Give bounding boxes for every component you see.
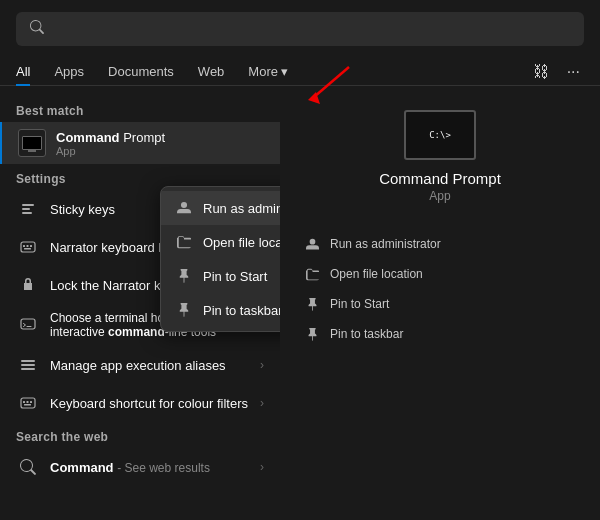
cmd-icon — [18, 129, 46, 157]
right-action-pin-start[interactable]: Pin to Start — [298, 289, 582, 319]
cmd-preview-sub: App — [429, 189, 450, 203]
search-web-label: Command - See web results — [50, 460, 250, 475]
main-content: Best match Command Prompt App Settings — [0, 86, 600, 506]
settings-item-keyboard-shortcut[interactable]: Keyboard shortcut for colour filters › — [0, 384, 280, 422]
exec-aliases-icon — [16, 353, 40, 377]
right-run-admin-label: Run as administrator — [330, 237, 441, 251]
arrow-icon-3: › — [260, 358, 264, 372]
lock-narrator-icon — [16, 273, 40, 297]
search-web-item[interactable]: Command - See web results › — [0, 448, 280, 486]
pin-start-label: Pin to Start — [203, 269, 267, 284]
search-web-section-title: Search the web — [0, 422, 280, 448]
arrow-icon-4: › — [260, 396, 264, 410]
search-bar[interactable]: Command Prompt — [16, 12, 584, 46]
cmd-preview-icon — [404, 110, 476, 160]
nav-right-icons: ⛓ ··· — [529, 59, 584, 85]
cmd-preview-title: Command Prompt — [379, 170, 501, 187]
web-search-icon — [16, 455, 40, 479]
svg-rect-16 — [30, 401, 32, 403]
right-run-admin-icon — [304, 236, 320, 252]
svg-rect-5 — [27, 245, 29, 247]
more-options-icon[interactable]: ··· — [563, 59, 584, 85]
keyboard-shortcut-label: Keyboard shortcut for colour filters — [50, 396, 250, 411]
narrator-keyboard-icon — [16, 235, 40, 259]
sticky-keys-icon — [16, 197, 40, 221]
tab-documents[interactable]: Documents — [96, 58, 186, 85]
keyboard-shortcut-icon — [16, 391, 40, 415]
right-action-pin-taskbar[interactable]: Pin to taskbar — [298, 319, 582, 349]
tab-more[interactable]: More ▾ — [236, 58, 300, 85]
svg-rect-6 — [30, 245, 32, 247]
best-match-sub: App — [56, 145, 264, 157]
keyboard-shortcut-text: Keyboard shortcut for colour filters — [50, 396, 250, 411]
svg-rect-7 — [24, 248, 31, 250]
right-pin-taskbar-icon — [304, 326, 320, 342]
context-menu-pin-taskbar[interactable]: Pin to taskbar — [161, 293, 280, 327]
right-pin-taskbar-label: Pin to taskbar — [330, 327, 403, 341]
pin-start-icon — [175, 267, 193, 285]
svg-rect-4 — [23, 245, 25, 247]
search-web-text-container: Command - See web results — [50, 460, 250, 475]
terminal-host-icon — [16, 313, 40, 337]
context-menu-pin-start[interactable]: Pin to Start — [161, 259, 280, 293]
right-open-location-icon — [304, 266, 320, 282]
svg-rect-17 — [24, 404, 31, 406]
exec-aliases-text: Manage app execution aliases — [50, 358, 250, 373]
context-menu-run-as-admin[interactable]: Run as administrator — [161, 191, 280, 225]
right-action-run-admin[interactable]: Run as administrator — [298, 229, 582, 259]
settings-item-exec-aliases[interactable]: Manage app execution aliases › — [0, 346, 280, 384]
svg-rect-14 — [23, 401, 25, 403]
svg-rect-12 — [21, 368, 35, 370]
svg-rect-15 — [27, 401, 29, 403]
svg-rect-8 — [21, 319, 35, 329]
right-panel: Command Prompt App Run as administrator — [280, 86, 600, 506]
tab-all[interactable]: All — [16, 58, 42, 85]
run-as-admin-label: Run as administrator — [203, 201, 280, 216]
chevron-down-icon: ▾ — [281, 64, 288, 79]
best-match-text: Command Prompt App — [56, 130, 264, 157]
context-menu-open-file-location[interactable]: Open file location — [161, 225, 280, 259]
nav-tabs: All Apps Documents Web More ▾ ⛓ ··· — [0, 58, 600, 86]
tab-web[interactable]: Web — [186, 58, 237, 85]
right-actions: Run as administrator Open file location … — [294, 229, 586, 349]
run-as-admin-icon — [175, 199, 193, 217]
cmd-preview: Command Prompt App — [294, 96, 586, 213]
right-pin-start-label: Pin to Start — [330, 297, 389, 311]
open-file-location-icon — [175, 233, 193, 251]
svg-rect-2 — [22, 212, 32, 214]
svg-rect-1 — [22, 208, 30, 210]
best-match-section-title: Best match — [0, 96, 280, 122]
right-open-location-label: Open file location — [330, 267, 423, 281]
left-panel: Best match Command Prompt App Settings — [0, 86, 280, 506]
share-icon[interactable]: ⛓ — [529, 59, 553, 85]
right-pin-start-icon — [304, 296, 320, 312]
exec-aliases-label: Manage app execution aliases — [50, 358, 250, 373]
tab-apps[interactable]: Apps — [42, 58, 96, 85]
open-file-location-label: Open file location — [203, 235, 280, 250]
search-icon — [30, 20, 44, 38]
best-match-name: Command Prompt — [56, 130, 264, 145]
arrow-icon-5: › — [260, 460, 264, 474]
pin-taskbar-icon — [175, 301, 193, 319]
svg-rect-11 — [21, 364, 35, 366]
svg-rect-10 — [21, 360, 35, 362]
right-action-open-location[interactable]: Open file location — [298, 259, 582, 289]
search-input[interactable]: Command Prompt — [54, 21, 570, 37]
pin-taskbar-label: Pin to taskbar — [203, 303, 280, 318]
context-menu: Run as administrator Open file location … — [160, 186, 280, 332]
best-match-item[interactable]: Command Prompt App — [0, 122, 280, 164]
svg-rect-0 — [22, 204, 34, 206]
